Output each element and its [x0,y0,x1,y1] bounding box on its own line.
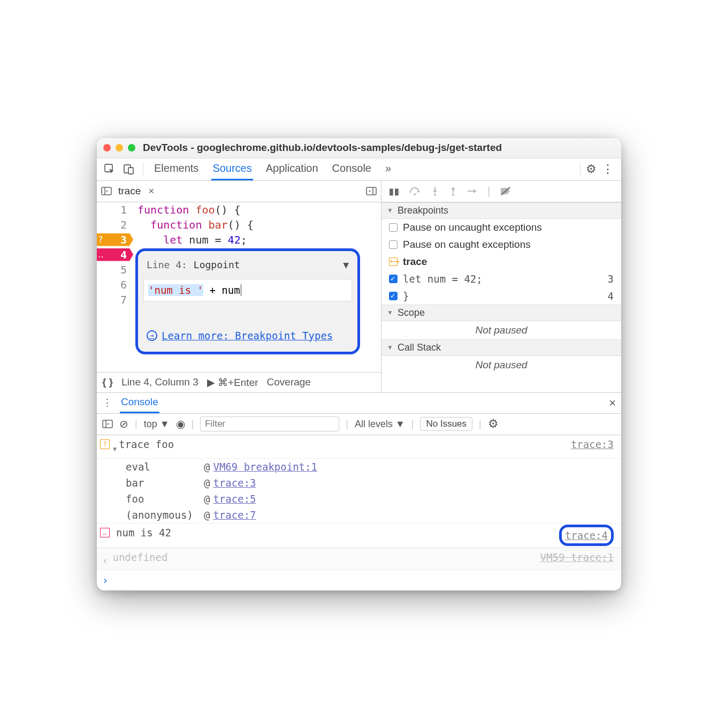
more-tabs-icon[interactable]: » [384,158,392,180]
callstack-empty: Not paused [381,356,621,374]
editor-pane: trace × 1 2 3 4 5 6 7 function foo() { f… [97,181,381,392]
learn-more-link[interactable]: → Learn more: Breakpoint Types [147,328,349,343]
tab-sources[interactable]: Sources [211,158,253,180]
logpoint-expression-input[interactable]: 'num is ' + num [143,279,352,301]
line-number[interactable]: 1 [120,203,127,216]
console-output: ? ▼ trace foo trace:3 eval@ VM69 breakpo… [97,435,621,590]
svg-point-11 [452,194,454,196]
console-trace-row[interactable]: ? ▼ trace foo trace:3 [97,435,621,459]
titlebar: DevTools - googlechrome.github.io/devtoo… [97,138,621,158]
breakpoint-item[interactable]: let num = 42; 3 [381,270,621,287]
scope-empty: Not paused [381,321,621,339]
panel-tabs: Elements Sources Application Console » [153,158,392,180]
popup-line-label: Line 4: [147,257,187,272]
breakpoint-group[interactable]: trace [381,253,621,270]
minimize-window-icon[interactable] [116,144,123,151]
pause-uncaught-checkbox[interactable]: Pause on uncaught exceptions [381,219,621,236]
stack-trace: eval@ VM69 breakpoint:1 bar@ trace:3 foo… [97,459,621,523]
sources-panel: trace × 1 2 3 4 5 6 7 function foo() { f… [97,181,621,392]
breakpoint-edit-popup: Line 4: Logpoint ▼ 'num is ' + num → Lea… [135,248,360,354]
code-editor[interactable]: 1 2 3 4 5 6 7 function foo() { function … [97,202,381,372]
window-title: DevTools - googlechrome.github.io/devtoo… [143,142,502,154]
arrow-right-icon: → [147,330,157,341]
console-prompt[interactable]: › [97,570,621,590]
dropdown-caret-icon[interactable]: ▼ [343,257,349,272]
line-number[interactable]: 5 [120,263,127,276]
file-badge-icon [389,257,398,266]
editor-status-bar: { } Line 4, Column 3 ▶ ⌘+Enter Coverage [97,372,381,392]
logpoint-badge-icon: ‥ [100,528,110,537]
svg-rect-2 [128,168,133,174]
editor-tabs: trace × [97,181,381,202]
devtools-toolbar: Elements Sources Application Console » ⚙… [97,158,621,181]
drawer-tab-console[interactable]: Console [120,392,159,413]
stack-frame[interactable]: (anonymous)@ trace:7 [126,507,621,523]
breakpoints-section-header[interactable]: ▼Breakpoints [381,202,621,219]
step-into-icon[interactable] [431,186,439,196]
drawer-menu-icon[interactable]: ⋮ [102,397,112,409]
console-result-row: ‹ undefined VM59 trace:1 [97,548,621,570]
run-snippet-hint[interactable]: ▶ ⌘+Enter [207,376,258,389]
step-over-icon[interactable] [409,186,421,196]
console-log-row[interactable]: ‥ num is 42 trace:4 [97,523,621,548]
tab-elements[interactable]: Elements [153,158,200,180]
stack-frame[interactable]: foo@ trace:5 [126,491,621,507]
inspect-element-icon[interactable] [101,162,118,177]
more-editor-icon[interactable] [366,186,377,196]
debugger-controls: ▮▮ | [381,181,621,202]
svg-point-9 [434,194,436,196]
line-number[interactable]: 2 [120,218,127,231]
console-toolbar: ⊘ | top ▼ ◉ | | All levels ▼ | No Issues… [97,414,621,435]
deactivate-breakpoints-icon[interactable] [500,186,511,196]
breakpoint-type-select[interactable]: Logpoint [194,257,240,272]
pretty-print-icon[interactable]: { } [102,376,113,388]
clear-console-icon[interactable]: ⊘ [119,418,128,430]
scope-section-header[interactable]: ▼Scope [381,305,621,321]
tab-application[interactable]: Application [265,158,319,180]
line-number[interactable]: 7 [120,293,127,306]
context-selector[interactable]: top ▼ [144,419,170,430]
svg-rect-5 [366,187,376,195]
device-toolbar-icon[interactable] [120,162,138,177]
trace-badge-icon: ? [100,439,110,449]
pause-icon[interactable]: ▮▮ [389,186,400,196]
console-sidebar-icon[interactable] [102,419,113,429]
tab-console[interactable]: Console [331,158,372,180]
devtools-window: DevTools - googlechrome.github.io/devtoo… [97,138,621,590]
breakpoint-item[interactable]: } 4 [381,287,621,305]
drawer-tabs: ⋮ Console × [97,392,621,414]
cursor-position: Line 4, Column 3 [121,376,198,388]
debugger-sidebar: ▮▮ | ▼Breakpoints Pause on uncaught exce… [381,181,621,392]
close-window-icon[interactable] [103,144,111,151]
live-expression-icon[interactable]: ◉ [176,418,185,430]
window-controls [103,144,135,151]
settings-icon[interactable]: ⚙ [586,162,597,176]
file-tab[interactable]: trace [116,184,143,198]
filter-input[interactable] [200,416,339,431]
conditional-breakpoint-marker[interactable]: 3 [120,233,127,246]
close-tab-icon[interactable]: × [148,185,154,197]
line-number[interactable]: 6 [120,278,127,291]
close-drawer-icon[interactable]: × [609,396,616,410]
line-gutter[interactable]: 1 2 3 4 5 6 7 [97,202,134,372]
source-link[interactable]: trace:3 [571,436,614,452]
pause-caught-checkbox[interactable]: Pause on caught exceptions [381,236,621,253]
svg-point-7 [414,193,416,195]
more-menu-icon[interactable]: ⋮ [599,162,617,176]
step-icon[interactable] [467,187,478,195]
step-out-icon[interactable] [449,186,457,196]
console-settings-icon[interactable]: ⚙ [488,417,499,431]
highlighted-source-link[interactable]: trace:4 [559,525,614,546]
navigator-toggle-icon[interactable] [101,186,112,196]
zoom-window-icon[interactable] [128,144,135,151]
issues-button[interactable]: No Issues [420,417,472,431]
stack-frame[interactable]: eval@ VM69 breakpoint:1 [126,459,621,475]
callstack-section-header[interactable]: ▼Call Stack [381,339,621,356]
logpoint-marker[interactable]: 4 [120,248,127,261]
log-levels-select[interactable]: All levels ▼ [355,419,405,430]
stack-frame[interactable]: bar@ trace:3 [126,475,621,491]
coverage-link[interactable]: Coverage [267,376,311,388]
